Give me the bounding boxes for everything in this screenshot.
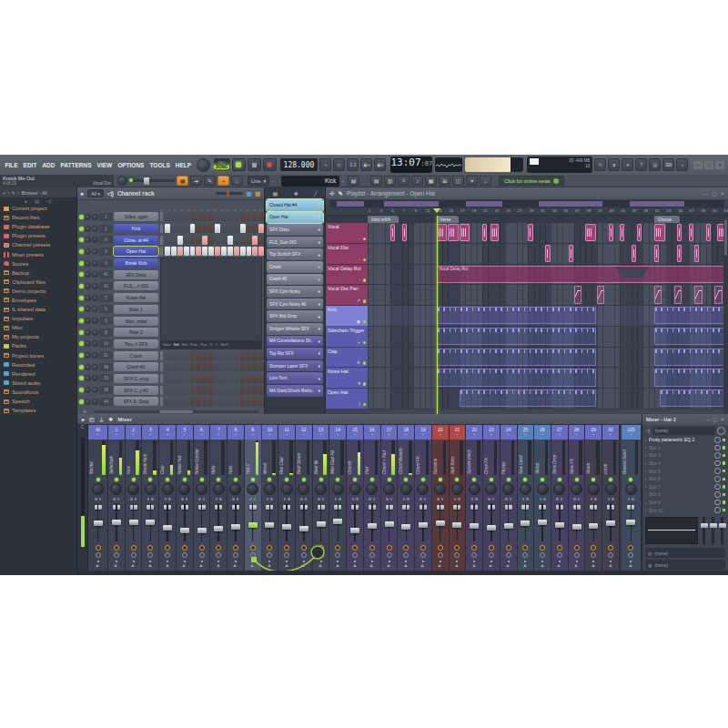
browser-item-project-bones[interactable]: Project bones: [0, 351, 76, 360]
fx-enable-lamp[interactable]: [131, 545, 136, 551]
playlist-track-header-clap[interactable]: Clap✳: [326, 348, 368, 369]
marker-chorus[interactable]: Chorus: [654, 216, 680, 223]
picker-item-stomper-lazer-sfx[interactable]: Stomper Lazer SFX♦: [267, 360, 323, 372]
clip-audio[interactable]: [677, 245, 682, 262]
fx-enable-lamp[interactable]: [438, 545, 443, 551]
channel-filter[interactable]: All ▾: [87, 189, 103, 197]
channel-pan-knob[interactable]: [85, 271, 91, 278]
channel-pan-knob[interactable]: [85, 318, 91, 324]
track-mute-led[interactable]: [363, 258, 367, 262]
fx-slot-2[interactable]: ▸Slot 2: [642, 444, 728, 452]
browser-item-demo-projects[interactable]: Demo projects: [0, 287, 76, 296]
step-cell[interactable]: [215, 212, 220, 221]
channel-volume-knob[interactable]: [92, 214, 98, 220]
track-pan-knob[interactable]: [417, 483, 429, 495]
channel-target-number[interactable]: 2: [99, 225, 113, 233]
channel-select-strip[interactable]: [160, 224, 163, 233]
step-cell[interactable]: [247, 224, 252, 233]
volume-fader[interactable]: [350, 528, 359, 533]
track-mute-led[interactable]: [363, 320, 367, 324]
clip-auto[interactable]: [694, 286, 702, 303]
step-cell[interactable]: [196, 247, 201, 256]
playlist-lane-vocal[interactable]: [368, 223, 723, 244]
browser-item-packs[interactable]: Packs: [0, 341, 76, 350]
record-dot[interactable]: [559, 561, 561, 562]
step-cell[interactable]: [165, 351, 170, 360]
step-cell[interactable]: [177, 397, 183, 406]
step-cell[interactable]: [196, 397, 201, 406]
route-arrow[interactable]: [609, 564, 612, 567]
picker-item-sfx-8bit-drop[interactable]: SFX 8bit Drop♦: [267, 310, 323, 322]
mute-circle[interactable]: [233, 552, 238, 558]
mixer-track-slow-fx[interactable]: 28▪Slow FX: [569, 425, 586, 571]
picker-item-smigen-whistle-sfx[interactable]: Smigen Whistle SFX♦: [267, 323, 323, 335]
track-led[interactable]: [285, 478, 288, 481]
step-cell[interactable]: [171, 362, 177, 371]
fx-enable-lamp[interactable]: [540, 545, 545, 551]
mixer-track-string[interactable]: 26▪String: [534, 425, 551, 571]
step-cell[interactable]: [165, 247, 170, 256]
graph-tab-pan[interactable]: Pan: [200, 342, 207, 347]
step-cell[interactable]: [221, 247, 227, 256]
record-dot[interactable]: [592, 561, 594, 562]
step-cell[interactable]: [184, 374, 189, 383]
channel-volume-knob[interactable]: [92, 260, 98, 267]
step-cell[interactable]: [240, 374, 246, 383]
channel-pan-knob[interactable]: [85, 306, 91, 312]
track-mute-led[interactable]: [363, 299, 367, 303]
fx-enable-lamp[interactable]: [301, 545, 307, 551]
step-cell[interactable]: [184, 397, 189, 406]
fx-slot-9[interactable]: ▸Slot 9: [642, 499, 728, 507]
channel-mute-led[interactable]: [79, 249, 84, 254]
volume-fader[interactable]: [436, 521, 445, 526]
mixer-track-rev-clap[interactable]: 11▪Rev Clap: [278, 425, 296, 571]
step-cell[interactable]: [252, 362, 258, 371]
step-cell[interactable]: [196, 224, 201, 233]
step-cell[interactable]: [252, 397, 258, 406]
track-led[interactable]: [302, 478, 306, 481]
mixer-track-bassline[interactable]: 20▪Bassline: [432, 425, 450, 571]
volume-fader[interactable]: [521, 521, 530, 526]
detach-icon[interactable]: ⊹: [329, 190, 334, 197]
mute-circle[interactable]: [438, 552, 443, 558]
clip-pat[interactable]: [654, 328, 728, 345]
step-cell[interactable]: [252, 386, 258, 395]
mixer-track-header[interactable]: 15▪: [347, 425, 363, 440]
mute-circle[interactable]: [250, 552, 256, 558]
volume-fader[interactable]: [333, 519, 342, 524]
step-cell[interactable]: [171, 224, 177, 233]
step-cell[interactable]: [228, 224, 233, 233]
step-cell[interactable]: [177, 212, 183, 221]
track-pan-knob[interactable]: [178, 483, 190, 495]
step-cell[interactable]: [240, 212, 246, 221]
slot-enable-led[interactable]: [723, 446, 726, 450]
volume-fader[interactable]: [163, 525, 172, 531]
mute-circle[interactable]: [318, 552, 324, 558]
step-cell[interactable]: [228, 374, 233, 383]
route-arrow[interactable]: [523, 564, 527, 567]
mixer-route-icon[interactable]: ⊥: [99, 416, 104, 422]
route-arrow[interactable]: [489, 564, 492, 567]
rack-scrollbar[interactable]: [94, 410, 258, 413]
step-cell[interactable]: [184, 236, 189, 245]
step-cell[interactable]: [247, 351, 252, 360]
mute-circle[interactable]: [335, 552, 340, 558]
volume-fader[interactable]: [231, 524, 240, 530]
graph-tab-fine[interactable]: Fine: [190, 342, 197, 347]
menu-edit[interactable]: EDIT: [21, 160, 39, 170]
step-cell[interactable]: [252, 212, 258, 221]
mute-circle[interactable]: [608, 552, 613, 558]
route-arrow[interactable]: [166, 564, 169, 567]
mixer-track-noise-crystal[interactable]: 6▪Noise Crystal: [194, 425, 211, 571]
track-pan-knob[interactable]: [145, 483, 157, 495]
step-cell[interactable]: [196, 362, 201, 371]
view-button-0[interactable]: ▤: [370, 176, 382, 186]
channel-mute-led[interactable]: [79, 238, 84, 242]
volume-fader[interactable]: [248, 522, 258, 528]
channel-target-number[interactable]: 6: [99, 305, 113, 313]
track-led[interactable]: [609, 478, 612, 481]
volume-fader[interactable]: [419, 522, 428, 528]
clip-audio[interactable]: [654, 245, 659, 262]
clip-pat[interactable]: [460, 389, 596, 407]
marker-verse[interactable]: Verse: [437, 216, 459, 223]
